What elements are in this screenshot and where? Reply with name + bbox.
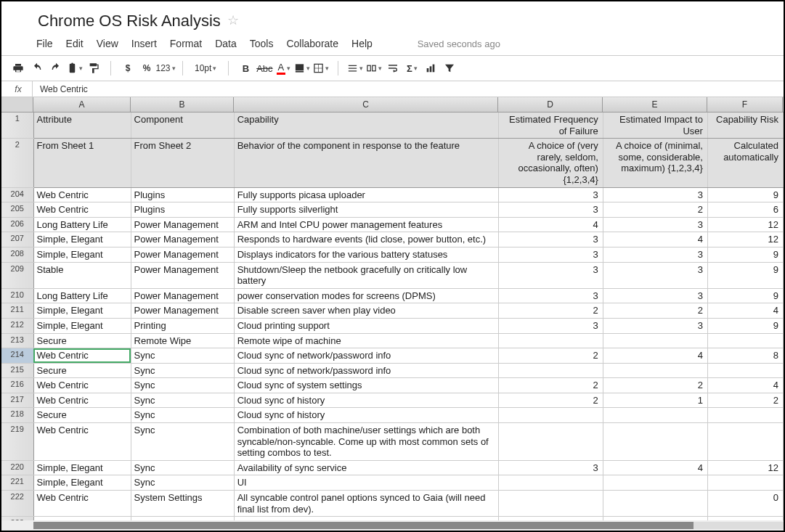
- cell-D[interactable]: 3: [498, 247, 603, 262]
- fill-color-button[interactable]: ▾: [294, 60, 310, 76]
- cell-D[interactable]: 2: [498, 348, 603, 364]
- menu-format[interactable]: Format: [170, 38, 202, 49]
- row-header[interactable]: 210: [1, 288, 33, 303]
- cell-E[interactable]: [603, 475, 707, 491]
- row-header[interactable]: 218: [1, 408, 33, 423]
- cell-A[interactable]: Web Centric: [33, 348, 131, 364]
- menu-view[interactable]: View: [97, 38, 118, 49]
- cell-E[interactable]: Estimated Impact to User: [603, 112, 707, 139]
- chart-button[interactable]: [423, 60, 439, 76]
- cell-C[interactable]: power conservation modes for screens (DP…: [234, 288, 498, 303]
- cell-B[interactable]: Power Management: [131, 303, 234, 319]
- row-header[interactable]: 207: [1, 232, 33, 247]
- cell-A[interactable]: Web Centric: [33, 378, 131, 393]
- cell-F[interactable]: 6: [707, 202, 783, 218]
- font-size-select[interactable]: 10pt▾: [192, 60, 219, 76]
- cell-D[interactable]: 3: [498, 202, 603, 218]
- row-header[interactable]: 219: [1, 423, 33, 461]
- cell-F[interactable]: [707, 475, 783, 491]
- menu-help[interactable]: Help: [351, 38, 373, 49]
- cell-C[interactable]: UI: [234, 475, 498, 491]
- menu-data[interactable]: Data: [215, 38, 237, 49]
- column-header-B[interactable]: B: [131, 97, 234, 112]
- sheet-body[interactable]: 1AttributeComponentCapabilityEstimated F…: [1, 112, 784, 520]
- cell-A[interactable]: Simple, Elegant: [33, 247, 131, 262]
- menu-edit[interactable]: Edit: [66, 38, 84, 49]
- cell-B[interactable]: Sync: [131, 393, 234, 408]
- row-header[interactable]: 208: [1, 247, 33, 262]
- cell-E[interactable]: [603, 363, 707, 378]
- cell-F[interactable]: 9: [707, 187, 783, 202]
- row-header[interactable]: 209: [1, 262, 33, 288]
- cell-C[interactable]: Cloud sync of network/password info: [234, 363, 498, 378]
- cell-E[interactable]: 3: [603, 262, 707, 288]
- align-button[interactable]: ▾: [347, 60, 363, 76]
- cell-E[interactable]: 4: [603, 232, 707, 247]
- cell-E[interactable]: 3: [603, 288, 707, 303]
- cell-C[interactable]: ARM and Intel CPU power management featu…: [234, 217, 498, 232]
- cell-D[interactable]: 3: [498, 460, 603, 475]
- column-header-E[interactable]: E: [603, 97, 707, 112]
- column-header-D[interactable]: D: [498, 97, 603, 112]
- cell-B[interactable]: Power Management: [131, 217, 234, 232]
- cell-B[interactable]: Sync: [131, 475, 234, 491]
- cell-D[interactable]: [498, 475, 603, 491]
- cell-E[interactable]: 3: [603, 318, 707, 333]
- cell-B[interactable]: Sync: [131, 378, 234, 393]
- cell-A[interactable]: Web Centric: [33, 491, 131, 517]
- cell-A[interactable]: Simple, Elegant: [33, 318, 131, 333]
- column-header-F[interactable]: F: [707, 97, 783, 112]
- cell-F[interactable]: [707, 363, 783, 378]
- cell-B[interactable]: Sync: [131, 348, 234, 364]
- print-icon[interactable]: [10, 60, 26, 76]
- cell-B[interactable]: Remote Wipe: [131, 333, 234, 348]
- cell-B[interactable]: Sync: [131, 408, 234, 423]
- cell-F[interactable]: 9: [707, 318, 783, 333]
- currency-button[interactable]: $: [120, 60, 136, 76]
- cell-F[interactable]: 4: [707, 378, 783, 393]
- cell-C[interactable]: Behavior of the component in response to…: [234, 139, 498, 187]
- cell-C[interactable]: Cloud printing support: [234, 318, 498, 333]
- undo-icon[interactable]: [29, 60, 45, 76]
- cell-C[interactable]: Combination of both machine/user setting…: [234, 423, 498, 461]
- cell-B[interactable]: Component: [131, 112, 234, 139]
- cell-E[interactable]: [603, 491, 707, 517]
- cell-E[interactable]: 1: [603, 393, 707, 408]
- row-header[interactable]: 212: [1, 318, 33, 333]
- cell-A[interactable]: Long Battery Life: [33, 217, 131, 232]
- paint-format-icon[interactable]: [86, 60, 102, 76]
- cell-C[interactable]: Shutdown/Sleep the netbook gracefully on…: [234, 262, 498, 288]
- menu-collaborate[interactable]: Collaborate: [286, 38, 338, 49]
- cell-E[interactable]: 2: [603, 202, 707, 218]
- cell-A[interactable]: From Sheet 1: [33, 139, 131, 187]
- merge-button[interactable]: ▾: [366, 60, 382, 76]
- cell-C[interactable]: Fully supports picasa uploader: [234, 187, 498, 202]
- cell-C[interactable]: Responds to hardware events (lid close, …: [234, 232, 498, 247]
- cell-F[interactable]: 12: [707, 217, 783, 232]
- cell-B[interactable]: Power Management: [131, 247, 234, 262]
- row-header[interactable]: 206: [1, 217, 33, 232]
- cell-B[interactable]: Power Management: [131, 288, 234, 303]
- column-header-C[interactable]: C: [234, 97, 498, 112]
- cell-F[interactable]: Capability Risk: [707, 112, 783, 139]
- cell-A[interactable]: Stable: [33, 262, 131, 288]
- cell-F[interactable]: 9: [707, 262, 783, 288]
- cell-A[interactable]: Secure: [33, 363, 131, 378]
- cell-D[interactable]: 3: [498, 187, 603, 202]
- cell-A[interactable]: Web Centric: [33, 187, 131, 202]
- cell-F[interactable]: 8: [707, 348, 783, 364]
- cell-B[interactable]: Printing: [131, 318, 234, 333]
- filter-button[interactable]: [442, 60, 457, 76]
- select-all-corner[interactable]: [1, 97, 33, 112]
- row-header[interactable]: 211: [1, 303, 33, 319]
- cell-D[interactable]: 2: [498, 303, 603, 319]
- document-title[interactable]: Chrome OS Risk Analysis: [38, 12, 221, 30]
- row-header[interactable]: 221: [1, 475, 33, 491]
- cell-E[interactable]: [603, 423, 707, 461]
- cell-D[interactable]: [498, 491, 603, 517]
- cell-D[interactable]: 3: [498, 288, 603, 303]
- cell-D[interactable]: 3: [498, 232, 603, 247]
- cell-F[interactable]: 2: [707, 393, 783, 408]
- cell-D[interactable]: [498, 333, 603, 348]
- cell-F[interactable]: 4: [707, 303, 783, 319]
